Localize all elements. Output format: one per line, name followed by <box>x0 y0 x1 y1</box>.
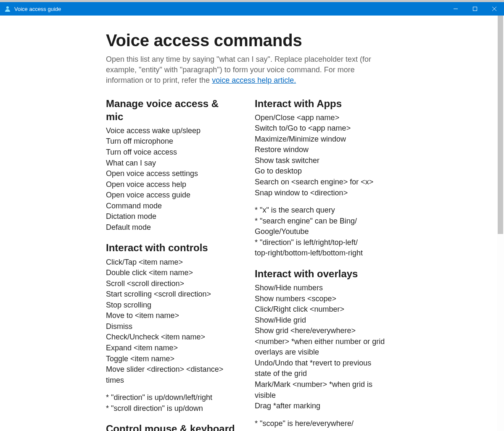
svg-rect-2 <box>473 7 477 11</box>
page-title: Voice access commands <box>106 30 398 51</box>
section-title-controls: Interact with controls <box>106 241 236 254</box>
list-item: Dismiss <box>106 321 236 332</box>
help-article-link[interactable]: voice access help article. <box>212 76 296 84</box>
list-item: Turn off voice access <box>106 147 236 158</box>
list-item: Default mode <box>106 222 236 233</box>
list-item: Maximize/Minimize window <box>255 134 385 145</box>
list-item: Mark/Mark <number> *when grid is visible <box>255 379 385 401</box>
notes-controls: * "direction" is up/down/left/right * "s… <box>106 392 236 414</box>
list-item: Show/Hide grid <box>255 315 385 326</box>
content-area: Voice access commands Open this list any… <box>0 16 504 431</box>
list-item: Restore window <box>255 145 385 155</box>
list-item: Turn off microphone <box>106 136 236 147</box>
list-item: Scroll <scroll direction> <box>106 279 236 289</box>
column-left: Manage voice access & mic Voice access w… <box>106 97 236 431</box>
list-item: Stop scrolling <box>106 300 236 311</box>
note-line: * "direction" is up/down/left/right <box>106 392 236 403</box>
command-list-controls: Click/Tap <item name> Double click <item… <box>106 257 236 386</box>
list-item: Expand <item name> <box>106 343 236 354</box>
note-line: Google/Youtube <box>255 226 385 237</box>
note-line: * "search engine" can be Bing/ <box>255 216 385 227</box>
notes-overlays: * "scope" is here/everywhere/ <box>255 418 385 429</box>
note-line: top-right/bottom-left/bottom-right <box>255 248 385 259</box>
note-line: * "x" is the search query <box>255 205 385 216</box>
list-item: What can I say <box>106 158 236 169</box>
list-item: Go to desktop <box>255 166 385 177</box>
section-title-apps: Interact with Apps <box>255 97 385 110</box>
list-item: Click/Tap <item name> <box>106 257 236 268</box>
command-list-apps: Open/Close <app name> Switch to/Go to <a… <box>255 113 385 198</box>
list-item: Open/Close <app name> <box>255 113 385 124</box>
list-item: Open voice access help <box>106 179 236 190</box>
command-list-manage: Voice access wake up/sleep Turn off micr… <box>106 126 236 233</box>
note-line: * "scope" is here/everywhere/ <box>255 418 385 429</box>
titlebar: Voice access guide <box>0 2 504 16</box>
list-item: Toggle <item name> <box>106 354 236 365</box>
list-item: Show numbers <scope> <box>255 294 385 305</box>
list-item: Drag *after marking <box>255 401 385 412</box>
list-item: Dictation mode <box>106 211 236 222</box>
list-item: <number> *when either number or grid ove… <box>255 336 385 358</box>
section-title-mouse-keyboard: Control mouse & keyboard <box>106 422 236 431</box>
column-right: Interact with Apps Open/Close <app name>… <box>255 97 385 431</box>
list-item: Move to <item name> <box>106 310 236 321</box>
section-title-manage: Manage voice access & mic <box>106 97 236 123</box>
list-item: Show/Hide numbers <box>255 283 385 294</box>
maximize-button[interactable] <box>465 2 485 16</box>
vertical-scrollbar[interactable] <box>497 16 504 431</box>
list-item: Move slider <direction> <distance> times <box>106 364 236 386</box>
section-title-overlays: Interact with overlays <box>255 267 385 280</box>
intro-paragraph: Open this list any time by saying "what … <box>106 54 383 86</box>
list-item: Show task switcher <box>255 155 385 166</box>
list-item: Search on <search engine> for <x> <box>255 177 385 188</box>
command-list-overlays: Show/Hide numbers Show numbers <scope> C… <box>255 283 385 412</box>
notes-apps: * "x" is the search query * "search engi… <box>255 205 385 259</box>
note-line: * "scroll direction" is up/down <box>106 403 236 414</box>
list-item: Switch to/Go to <app name> <box>255 123 385 134</box>
list-item: Command mode <box>106 201 236 212</box>
close-button[interactable] <box>485 2 504 16</box>
list-item: Undo/Undo that *revert to previous state… <box>255 358 385 379</box>
window-title: Voice access guide <box>14 6 61 12</box>
columns: Manage voice access & mic Voice access w… <box>106 97 398 431</box>
list-item: Open voice access guide <box>106 190 236 201</box>
list-item: Voice access wake up/sleep <box>106 126 236 137</box>
list-item: Start scrolling <scroll direction> <box>106 289 236 300</box>
content-inner: Voice access commands Open this list any… <box>106 16 398 431</box>
scrollbar-thumb[interactable] <box>498 16 503 234</box>
list-item: Check/Uncheck <item name> <box>106 332 236 343</box>
list-item: Click/Right click <number> <box>255 304 385 315</box>
minimize-button[interactable] <box>446 2 465 16</box>
list-item: Snap window to <direction> <box>255 188 385 199</box>
list-item: Show grid <here/everywhere> <box>255 326 385 336</box>
list-item: Double click <item name> <box>106 268 236 279</box>
svg-point-0 <box>6 6 9 9</box>
app-icon <box>3 5 12 13</box>
list-item: Open voice access settings <box>106 168 236 179</box>
note-line: * "direction" is left/right/top-left/ <box>255 237 385 248</box>
